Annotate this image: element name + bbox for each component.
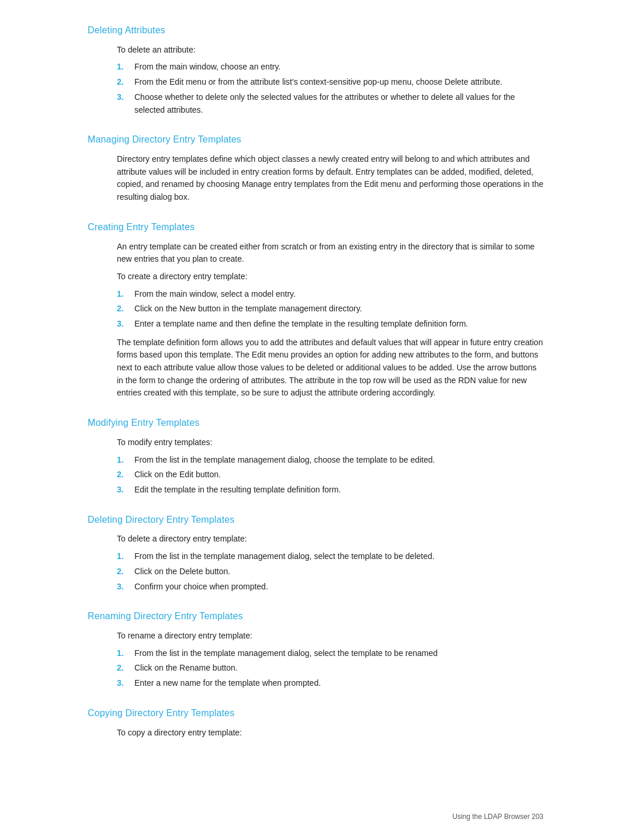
body-renaming-directory-entry-templates: To rename a directory entry template: 1.…: [88, 630, 543, 690]
intro-deleting-dir: To delete a directory entry template:: [117, 533, 543, 546]
heading-copying-directory-entry-templates: Copying Directory Entry Templates: [88, 706, 543, 721]
list-creating-templates: 1. From the main window, select a model …: [117, 288, 543, 331]
list-number: 2.: [117, 468, 131, 481]
list-item: 3. Choose whether to delete only the sel…: [117, 91, 543, 116]
body-modifying-entry-templates: To modify entry templates: 1. From the l…: [88, 436, 543, 497]
list-item: 1. From the main window, choose an entry…: [117, 61, 543, 74]
list-number: 2.: [117, 303, 131, 315]
heading-deleting-attributes: Deleting Attributes: [88, 23, 543, 38]
list-item: 3. Enter a new name for the template whe…: [117, 677, 543, 690]
list-number: 3.: [117, 318, 131, 331]
list-item: 2. Click on the Edit button.: [117, 468, 543, 481]
list-item: 1. From the list in the template managem…: [117, 647, 543, 660]
intro-deleting-attributes: To delete an attribute:: [117, 44, 543, 57]
heading-renaming-directory-entry-templates: Renaming Directory Entry Templates: [88, 609, 543, 624]
paragraph-creating-2: To create a directory entry template:: [117, 270, 543, 283]
list-renaming-templates: 1. From the list in the template managem…: [117, 647, 543, 690]
section-deleting-directory-entry-templates: Deleting Directory Entry Templates To de…: [88, 513, 543, 593]
paragraph-managing: Directory entry templates define which o…: [117, 153, 543, 204]
list-item-text: Click on the Rename button.: [134, 662, 543, 675]
list-number: 2.: [117, 565, 131, 578]
body-copying-directory-entry-templates: To copy a directory entry template:: [88, 727, 543, 740]
list-item-text: From the list in the template management…: [134, 454, 543, 467]
section-managing-directory-entry-templates: Managing Directory Entry Templates Direc…: [88, 133, 543, 204]
paragraph-creating-1: An entry template can be created either …: [117, 241, 543, 266]
list-number: 2.: [117, 76, 131, 89]
section-copying-directory-entry-templates: Copying Directory Entry Templates To cop…: [88, 706, 543, 739]
extra-paragraph-creating: The template definition form allows you …: [117, 336, 543, 400]
list-item: 1. From the main window, select a model …: [117, 288, 543, 301]
heading-managing-directory-entry-templates: Managing Directory Entry Templates: [88, 133, 543, 147]
body-managing-directory-entry-templates: Directory entry templates define which o…: [88, 153, 543, 204]
list-item: 2. Click on the Delete button.: [117, 565, 543, 578]
list-number: 1.: [117, 647, 131, 660]
list-item-text: Enter a new name for the template when p…: [134, 677, 543, 690]
list-number: 1.: [117, 454, 131, 467]
list-item-text: Choose whether to delete only the select…: [134, 91, 543, 116]
section-renaming-directory-entry-templates: Renaming Directory Entry Templates To re…: [88, 609, 543, 690]
list-item-text: From the list in the template management…: [134, 550, 543, 563]
list-item-text: From the list in the template management…: [134, 647, 543, 660]
list-item-text: Click on the New button in the template …: [134, 303, 543, 315]
body-deleting-directory-entry-templates: To delete a directory entry template: 1.…: [88, 533, 543, 593]
list-modifying-templates: 1. From the list in the template managem…: [117, 454, 543, 497]
list-item-text: From the main window, choose an entry.: [134, 61, 543, 74]
intro-copying: To copy a directory entry template:: [117, 727, 543, 740]
section-deleting-attributes: Deleting Attributes To delete an attribu…: [88, 23, 543, 116]
list-item: 3. Enter a template name and then define…: [117, 318, 543, 331]
body-creating-entry-templates: An entry template can be created either …: [88, 241, 543, 400]
section-modifying-entry-templates: Modifying Entry Templates To modify entr…: [88, 416, 543, 497]
list-deleting-dir-templates: 1. From the list in the template managem…: [117, 550, 543, 593]
list-item-text: From the Edit menu or from the attribute…: [134, 76, 543, 89]
list-number: 1.: [117, 550, 131, 563]
list-deleting-attributes: 1. From the main window, choose an entry…: [117, 61, 543, 116]
heading-creating-entry-templates: Creating Entry Templates: [88, 220, 543, 235]
list-item-text: Click on the Edit button.: [134, 468, 543, 481]
heading-modifying-entry-templates: Modifying Entry Templates: [88, 416, 543, 431]
intro-renaming: To rename a directory entry template:: [117, 630, 543, 643]
list-number: 1.: [117, 61, 131, 74]
page-footer: Using the LDAP Browser 203: [452, 811, 543, 822]
list-item-text: Click on the Delete button.: [134, 565, 543, 578]
list-number: 3.: [117, 91, 131, 104]
heading-deleting-directory-entry-templates: Deleting Directory Entry Templates: [88, 513, 543, 527]
list-number: 3.: [117, 484, 131, 497]
list-item-text: From the main window, select a model ent…: [134, 288, 543, 301]
section-creating-entry-templates: Creating Entry Templates An entry templa…: [88, 220, 543, 400]
page: Deleting Attributes To delete an attribu…: [53, 0, 578, 840]
list-item: 2. Click on the Rename button.: [117, 662, 543, 675]
list-item-text: Confirm your choice when prompted.: [134, 581, 543, 593]
list-item: 1. From the list in the template managem…: [117, 550, 543, 563]
list-number: 1.: [117, 288, 131, 301]
list-item: 3. Edit the template in the resulting te…: [117, 484, 543, 497]
list-number: 2.: [117, 662, 131, 675]
list-item: 2. Click on the New button in the templa…: [117, 303, 543, 315]
list-number: 3.: [117, 677, 131, 690]
list-item-text: Enter a template name and then define th…: [134, 318, 543, 331]
list-item: 3. Confirm your choice when prompted.: [117, 581, 543, 593]
list-item: 1. From the list in the template managem…: [117, 454, 543, 467]
body-deleting-attributes: To delete an attribute: 1. From the main…: [88, 44, 543, 116]
intro-modifying: To modify entry templates:: [117, 436, 543, 449]
list-number: 3.: [117, 581, 131, 593]
list-item-text: Edit the template in the resulting templ…: [134, 484, 543, 497]
list-item: 2. From the Edit menu or from the attrib…: [117, 76, 543, 89]
